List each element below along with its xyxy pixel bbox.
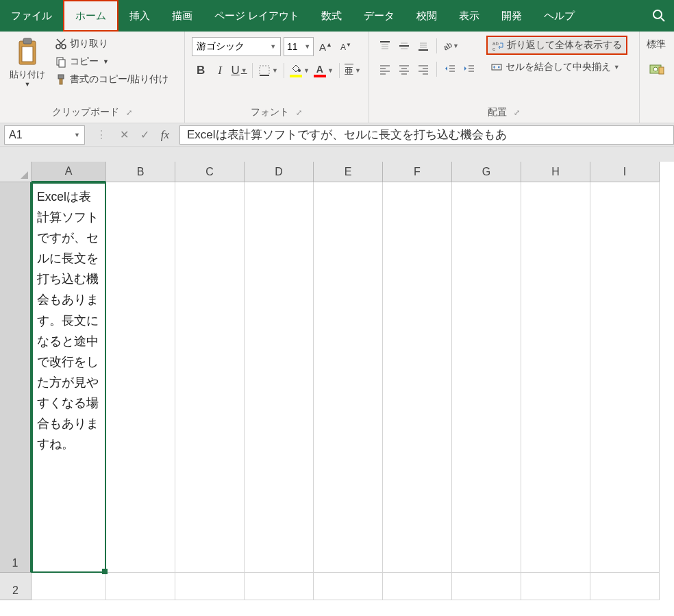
cell-I2[interactable] [590,573,660,600]
row-header-2[interactable]: 2 [0,573,32,600]
cut-button[interactable]: 切り取り [53,37,170,51]
fill-handle[interactable] [102,569,108,574]
cell-I1[interactable] [590,182,660,573]
alignment-group-label: 配置 [488,106,507,119]
menu-file[interactable]: ファイル [0,0,63,32]
chevron-down-icon: ▼ [270,43,276,50]
border-button[interactable]: ▼ [257,63,279,78]
col-header-D[interactable]: D [245,162,314,182]
align-left-button[interactable] [376,60,394,78]
underline-button[interactable]: U▼ [230,62,248,79]
clipboard-launcher-icon[interactable]: ⤢ [126,108,132,117]
copy-dropdown-icon[interactable]: ▼ [103,58,109,65]
font-launcher-icon[interactable]: ⤢ [296,108,302,117]
chevron-down-icon[interactable]: ▼ [614,64,620,71]
cell-B2[interactable] [106,573,175,600]
phonetic-button[interactable]: 亜▼ [344,62,362,79]
confirm-formula-button[interactable]: ✓ [134,128,155,141]
menu-data[interactable]: データ [353,0,405,32]
col-header-H[interactable]: H [521,162,590,182]
cell-D2[interactable] [245,573,314,600]
decrease-indent-button[interactable] [441,60,459,78]
menu-draw[interactable]: 描画 [161,0,203,32]
separator [252,63,253,78]
cell-F1[interactable] [383,182,452,573]
col-header-C[interactable]: C [175,162,245,182]
paste-button[interactable]: 貼り付け ▼ [4,34,51,90]
font-size-select[interactable]: 11 ▼ [284,37,314,56]
increase-font-size-button[interactable]: A▲ [316,40,335,54]
cell-G2[interactable] [452,573,521,600]
cell-C1[interactable] [175,182,245,573]
italic-button[interactable]: I [211,62,229,79]
font-group-label: フォント [251,106,289,119]
merge-center-label: セルを結合して中央揃え [506,61,611,73]
chevron-down-icon: ▼ [74,132,80,138]
col-header-E[interactable]: E [314,162,383,182]
brush-icon [55,73,67,86]
align-top-button[interactable] [376,37,394,55]
align-middle-button[interactable] [395,37,413,55]
col-header-F[interactable]: F [383,162,452,182]
wrap-text-button[interactable]: abc 折り返して全体を表示する [486,36,627,55]
cell-F2[interactable] [383,573,452,600]
menu-review[interactable]: 校閲 [405,0,448,32]
cell-G1[interactable] [452,182,521,573]
cell-C2[interactable] [175,573,245,600]
cell-E2[interactable] [314,573,383,600]
alignment-launcher-icon[interactable]: ⤢ [514,108,520,117]
name-box[interactable]: A1 ▼ [4,125,85,145]
col-header-I[interactable]: I [590,162,660,182]
ribbon-group-clipboard: 貼り付け ▼ 切り取り コピー ▼ 書式のコピー/貼り付け [0,32,185,123]
orientation-button[interactable]: ab▼ [441,37,459,55]
cell-H2[interactable] [521,573,590,600]
align-bottom-button[interactable] [414,37,432,55]
menu-developer[interactable]: 開発 [490,0,533,32]
col-header-G[interactable]: G [452,162,521,182]
format-painter-label: 書式のコピー/貼り付け [70,73,168,86]
cell-H1[interactable] [521,182,590,573]
increase-indent-button[interactable] [460,60,478,78]
select-all-corner[interactable] [0,162,32,182]
cell-A2[interactable] [32,573,106,600]
search-icon[interactable] [644,0,674,32]
cell-E1[interactable] [314,182,383,573]
menu-view[interactable]: 表示 [448,0,490,32]
format-painter-button[interactable]: 書式のコピー/貼り付け [53,73,170,86]
col-header-B[interactable]: B [106,162,175,182]
col-header-A[interactable]: A [32,162,106,182]
bucket-icon [290,64,301,74]
accounting-format-button[interactable] [647,60,667,78]
decrease-font-size-button[interactable]: A▼ [338,40,354,53]
menu-page-layout[interactable]: ページ レイアウト [203,0,310,32]
menu-formulas[interactable]: 数式 [310,0,353,32]
svg-rect-10 [59,60,65,67]
cancel-formula-button[interactable]: ✕ [114,128,134,141]
cell-D1[interactable] [245,182,314,573]
number-format-label: 標準 [647,38,667,51]
menu-insert[interactable]: 挿入 [118,0,161,32]
separator [339,63,340,78]
copy-button[interactable]: コピー ▼ [53,55,170,69]
row-header-1[interactable]: 1 [0,182,32,573]
font-color-button[interactable]: A ▼ [312,63,335,79]
bold-button[interactable]: B [192,62,210,79]
menu-home[interactable]: ホーム [63,0,118,32]
insert-function-button[interactable]: fx [155,128,175,142]
cell-B1[interactable] [106,182,175,573]
merge-center-button[interactable]: セルを結合して中央揃え ▼ [486,59,627,75]
cell-A1[interactable]: Excelは表計算ソフトですが、セルに長文を打ち込む機会もあります。長文になると… [32,182,106,573]
svg-rect-51 [659,67,664,74]
paste-dropdown-icon[interactable]: ▼ [25,81,31,88]
svg-rect-13 [260,66,269,75]
align-right-button[interactable] [414,60,432,78]
fill-color-button[interactable]: ▼ [288,63,311,79]
spacer [0,147,674,162]
menu-help[interactable]: ヘルプ [533,0,586,32]
formula-bar-row: A1 ▼ ⋮ ✕ ✓ fx Excelは表計算ソフトですが、セルに長文を打ち込む… [0,123,674,147]
formula-input[interactable]: Excelは表計算ソフトですが、セルに長文を打ち込む機会もあ [179,125,674,145]
align-center-button[interactable] [395,60,413,78]
svg-rect-12 [60,79,62,84]
font-name-select[interactable]: 游ゴシック ▼ [192,37,281,56]
svg-point-50 [653,67,658,71]
